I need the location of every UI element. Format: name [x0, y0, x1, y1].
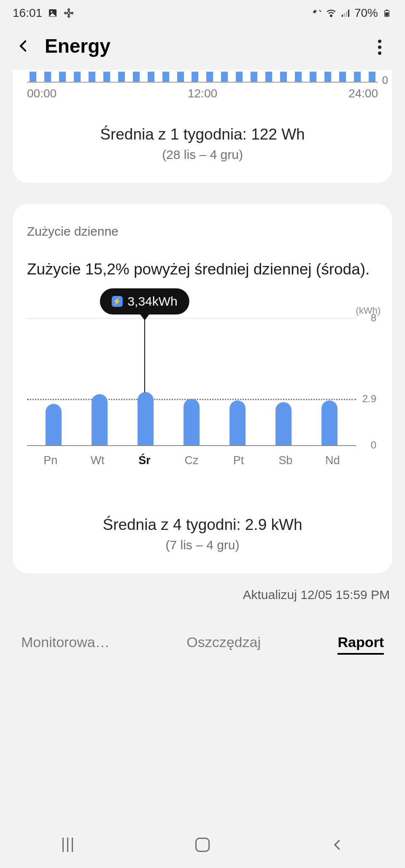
status-left: 16:01 — [13, 6, 74, 20]
hourly-card: 0 00:00 12:00 24:00 Średnia z 1 tygodnia… — [13, 70, 392, 183]
signal-icon — [340, 8, 351, 19]
svg-point-1 — [51, 11, 52, 13]
hourly-bar — [118, 72, 125, 82]
hourly-bar — [251, 72, 257, 82]
daily-bar[interactable] — [184, 399, 200, 445]
daily-bar[interactable] — [321, 400, 338, 445]
svg-rect-13 — [342, 15, 343, 17]
hourly-bar — [221, 72, 228, 82]
x-tick: 00:00 — [27, 87, 57, 100]
hourly-bar — [30, 72, 36, 82]
y-unit-label: (kWh) — [356, 305, 381, 316]
tab-save[interactable]: Oszczędzaj — [186, 634, 261, 650]
svg-line-11 — [319, 10, 321, 12]
vibrate-icon — [311, 8, 322, 19]
x-tick: Wt — [85, 454, 110, 467]
bottom-tabs: Monitorowa… Oszczędzaj Raport — [0, 602, 405, 650]
callout-tip — [140, 314, 150, 320]
x-tick: Cz — [179, 454, 204, 467]
battery-icon — [381, 8, 392, 19]
back-button[interactable] — [15, 38, 32, 54]
weekly-average-line: Średnia z 1 tygodnia: 122 Wh — [27, 126, 378, 143]
svg-point-3 — [68, 9, 70, 11]
more-menu-button[interactable] — [371, 38, 388, 56]
x-tick: Sb — [273, 454, 298, 467]
y-tick-max: 8 — [371, 312, 376, 324]
hourly-bar — [103, 72, 110, 82]
hourly-bar — [369, 72, 375, 82]
svg-point-2 — [68, 12, 70, 14]
hourly-bar — [59, 72, 66, 82]
weekly-average-range: (28 lis – 4 gru) — [27, 148, 378, 162]
page-title: Energy — [45, 35, 111, 57]
svg-rect-18 — [386, 10, 388, 11]
hourly-bar — [236, 72, 243, 82]
nav-back[interactable] — [325, 836, 350, 854]
hourly-bar — [310, 72, 316, 82]
daily-card: Zużycie dzienne Zużycie 15,2% powyżej śr… — [13, 204, 392, 573]
y-tick-avg: 2.9 — [362, 393, 376, 405]
daily-bar[interactable] — [92, 394, 108, 445]
x-tick: 24:00 — [348, 87, 378, 100]
hourly-bar — [280, 72, 287, 82]
daily-bar[interactable] — [138, 392, 154, 445]
hourly-bar — [339, 72, 346, 82]
status-time: 16:01 — [13, 6, 42, 20]
callout-value: 3,34kWh — [127, 294, 177, 309]
x-axis-labels: PnWtŚrCzPtSbNd — [27, 454, 356, 467]
svg-point-5 — [65, 12, 66, 14]
hourly-bar — [206, 72, 213, 82]
hourly-chart[interactable]: 0 00:00 12:00 24:00 — [27, 70, 378, 100]
hourly-bar — [133, 72, 140, 82]
hourly-bar — [354, 72, 361, 82]
callout-stem — [144, 319, 145, 392]
svg-rect-16 — [348, 10, 349, 17]
svg-rect-15 — [346, 11, 347, 17]
svg-point-12 — [330, 15, 332, 16]
y-tick-zero: 0 — [382, 74, 388, 87]
daily-bar[interactable] — [46, 404, 62, 445]
hourly-bar — [324, 72, 331, 82]
tab-monitoring[interactable]: Monitorowa… — [21, 634, 110, 650]
daily-bar[interactable] — [275, 402, 292, 445]
system-navbar — [0, 822, 405, 868]
hourly-bar — [192, 72, 198, 82]
plot-area: 8 2.9 0 — [27, 318, 356, 446]
hourly-bar — [265, 72, 272, 82]
app-bar: Energy — [0, 26, 405, 70]
svg-point-4 — [68, 16, 70, 17]
tab-report[interactable]: Raport — [338, 634, 384, 650]
monthly-average-line: Średnia z 4 tygodni: 2.9 kWh — [27, 516, 378, 534]
section-label: Zużycie dzienne — [27, 204, 378, 239]
x-tick: Śr — [132, 454, 157, 467]
hourly-bar — [89, 72, 95, 82]
hourly-bar — [44, 72, 51, 82]
nav-recents[interactable] — [55, 836, 80, 854]
bar-callout: ⚡ 3,34kWh — [100, 288, 189, 314]
hourly-bar — [148, 72, 154, 82]
x-tick: Pt — [226, 454, 251, 467]
x-tick: Nd — [320, 454, 345, 467]
x-tick: 12:00 — [188, 87, 217, 100]
hourly-x-labels: 00:00 12:00 24:00 — [27, 83, 378, 100]
svg-point-6 — [71, 12, 73, 14]
x-tick: Pn — [38, 454, 63, 467]
battery-percent: 70% — [354, 6, 378, 20]
nav-home[interactable] — [190, 836, 215, 854]
hourly-bar — [295, 72, 302, 82]
y-tick-zero: 0 — [371, 439, 376, 451]
daily-headline: Zużycie 15,2% powyżej średniej dziennej … — [27, 259, 378, 280]
hourly-bar — [162, 72, 169, 82]
hourly-bar — [74, 72, 81, 82]
daily-bar[interactable] — [230, 400, 246, 445]
bolt-icon: ⚡ — [111, 296, 122, 307]
monthly-average-range: (7 lis – 4 gru) — [27, 538, 378, 552]
wifi-icon — [326, 8, 337, 19]
last-updated: Aktualizuj 12/05 15:59 PM — [0, 588, 390, 602]
status-right: 70% — [311, 6, 392, 20]
status-bar: 16:01 70% — [0, 0, 405, 26]
svg-rect-19 — [385, 13, 389, 16]
gallery-icon — [47, 8, 58, 19]
smartthings-icon — [63, 8, 74, 19]
daily-chart[interactable]: (kWh) ⚡ 3,34kWh 8 2.9 0 PnWtŚrCzPtSbNd — [27, 305, 378, 474]
